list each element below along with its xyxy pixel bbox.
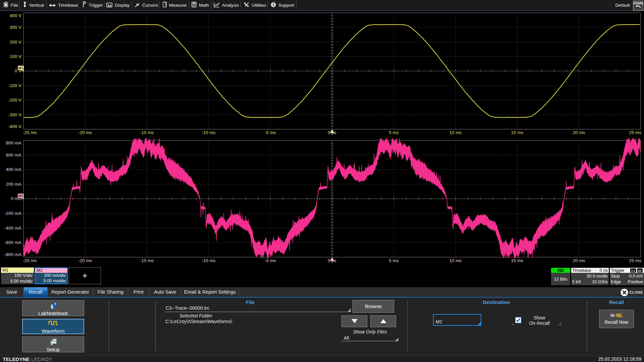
svg-text:-100 V: -100 V [8, 83, 21, 88]
svg-text:-25 ms: -25 ms [23, 258, 37, 263]
svg-text:600 mA: 600 mA [6, 153, 21, 158]
svg-text:400 mA: 400 mA [6, 167, 21, 172]
svg-text:20 ms: 20 ms [573, 130, 585, 135]
svg-text:200 V: 200 V [10, 40, 21, 45]
svg-text:5 ms: 5 ms [389, 258, 399, 263]
svg-text:-300 V: -300 V [8, 112, 21, 117]
svg-text:-5 ms: -5 ms [265, 258, 276, 263]
svg-text:300 V: 300 V [10, 25, 21, 30]
svg-text:25 ms: 25 ms [629, 130, 641, 135]
svg-text:-25 ms: -25 ms [23, 130, 37, 135]
svg-text:15 ms: 15 ms [511, 258, 524, 263]
svg-text:10 ms: 10 ms [449, 258, 462, 263]
svg-text:10 ms: 10 ms [449, 130, 462, 135]
svg-text:-400 mA: -400 mA [4, 226, 21, 231]
svg-text:M1: M1 [18, 66, 23, 70]
svg-text:-15 ms: -15 ms [140, 130, 154, 135]
svg-text:-20 ms: -20 ms [78, 130, 92, 135]
svg-text:C1: C1 [631, 268, 635, 272]
svg-text:200 mA: 200 mA [6, 182, 21, 187]
svg-text:-200 mA: -200 mA [4, 211, 21, 216]
svg-text:-15 ms: -15 ms [140, 258, 154, 263]
svg-text:-20 ms: -20 ms [78, 258, 92, 263]
svg-text:-200 V: -200 V [8, 98, 21, 103]
svg-text:DC: DC [638, 268, 642, 272]
svg-text:M2: M2 [18, 194, 23, 198]
svg-text:-5 ms: -5 ms [265, 130, 276, 135]
svg-text:800 mA: 800 mA [6, 140, 21, 145]
svg-text:100 V: 100 V [10, 54, 21, 59]
svg-text:15 ms: 15 ms [511, 130, 524, 135]
svg-text:-10 ms: -10 ms [202, 130, 216, 135]
svg-text:-800 mA: -800 mA [4, 252, 21, 257]
svg-text:5 ms: 5 ms [389, 130, 399, 135]
svg-text:25 ms: 25 ms [629, 258, 641, 263]
svg-text:20 ms: 20 ms [573, 258, 585, 263]
svg-text:400 V: 400 V [10, 13, 21, 18]
svg-text:-600 mA: -600 mA [4, 240, 21, 245]
svg-text:-400 V: -400 V [8, 124, 21, 129]
svg-text:-10 ms: -10 ms [202, 258, 216, 263]
